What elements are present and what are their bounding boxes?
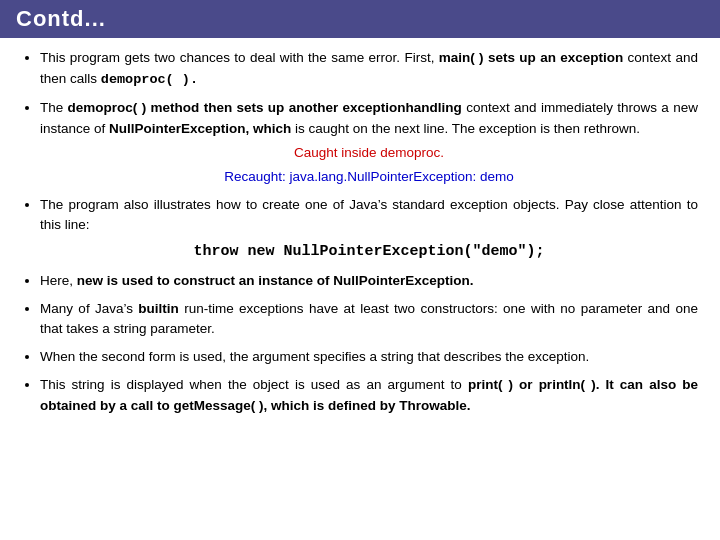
- list-item: This string is displayed when the object…: [40, 375, 698, 417]
- text-normal: This string is displayed when the object…: [40, 377, 468, 392]
- text-bold: main( ) sets up an exception: [439, 50, 624, 65]
- list-item: This program gets two chances to deal wi…: [40, 48, 698, 91]
- list-item: Many of Java’s builtin run-time exceptio…: [40, 299, 698, 341]
- list-item: The demoproc( ) method then sets up anot…: [40, 98, 698, 188]
- text-normal: is caught on the next line. The exceptio…: [291, 121, 640, 136]
- list-item: The program also illustrates how to crea…: [40, 195, 698, 264]
- text-mono: demoproc( ).: [101, 72, 198, 87]
- text-blue: Recaught: java.lang.NullPointerException…: [224, 169, 514, 184]
- text-normal: When the second form is used, the argume…: [40, 349, 589, 364]
- code-recaught: Recaught: java.lang.NullPointerException…: [40, 167, 698, 188]
- main-content: This program gets two chances to deal wi…: [0, 38, 720, 434]
- text-bold: new is used to construct an instance of …: [77, 273, 474, 288]
- text-red: Caught inside demoproc.: [294, 145, 444, 160]
- text-normal: The program also illustrates how to crea…: [40, 197, 698, 233]
- text-normal: Here,: [40, 273, 77, 288]
- list-item: When the second form is used, the argume…: [40, 347, 698, 368]
- bullet-list: This program gets two chances to deal wi…: [22, 48, 698, 417]
- list-item: Here, new is used to construct an instan…: [40, 271, 698, 292]
- code-caught: Caught inside demoproc.: [40, 143, 698, 164]
- text-normal: The: [40, 100, 68, 115]
- text-bold: demoproc( ) method then sets up another …: [68, 100, 462, 115]
- text-normal: Many of Java’s: [40, 301, 138, 316]
- header: Contd...: [0, 0, 720, 38]
- code-throw: throw new NullPointerException("demo");: [40, 240, 698, 263]
- text-normal: This program gets two chances to deal wi…: [40, 50, 439, 65]
- text-bold: builtin: [138, 301, 179, 316]
- header-title: Contd...: [0, 0, 720, 38]
- text-bold: NullPointerException, which: [109, 121, 291, 136]
